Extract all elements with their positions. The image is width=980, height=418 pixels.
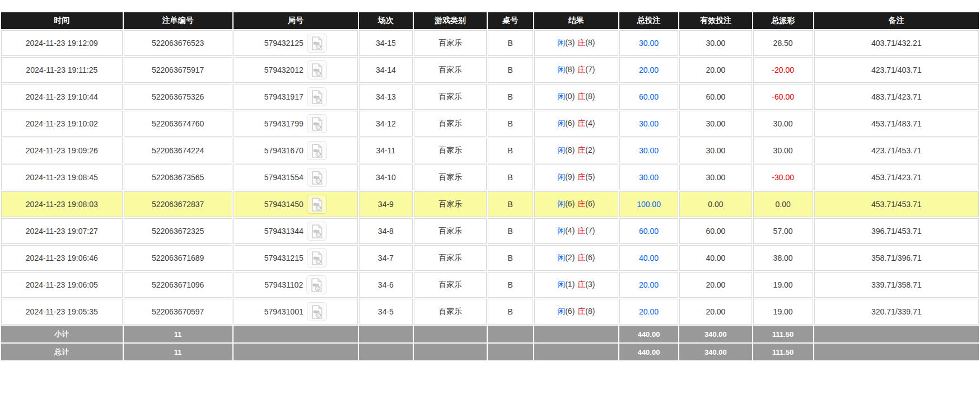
video-replay-button[interactable] [307,87,327,106]
video-replay-button[interactable] [307,114,327,133]
subtotal-row: 小计 11 440.00 340.00 111.50 [1,326,979,342]
cell-total-bet[interactable]: 30.00 [619,165,678,190]
cell-time: 2024-11-23 19:06:05 [1,272,123,298]
table-row: 2024-11-23 19:05:35 522063670597 5794310… [1,299,979,325]
table-row: 2024-11-23 19:10:02 522063674760 5794317… [1,111,979,137]
cell-result: 闲(6)庄(8) [534,299,618,325]
cell-bet-id: 522063672325 [124,218,232,244]
cell-game-type: 百家乐 [414,191,486,217]
video-replay-button[interactable] [307,60,327,79]
cell-valid-bet: 60.00 [679,84,752,110]
summary-valid-bet: 340.00 [679,326,752,342]
cell-session: 34-15 [359,30,413,56]
summary-count: 11 [124,326,232,342]
cell-payout: 19.00 [753,272,813,298]
cell-remark: 423.71/453.71 [814,138,979,163]
cell-time: 2024-11-23 19:11:25 [1,57,123,83]
video-replay-button[interactable] [307,141,327,160]
round-id-text: 579432012 [264,65,304,74]
video-file-icon [311,144,323,158]
col-header-time: 时间 [1,12,123,29]
cell-total-bet[interactable]: 40.00 [619,245,678,271]
cell-table-no: B [488,218,533,244]
video-replay-button[interactable] [307,302,327,321]
cell-time: 2024-11-23 19:10:44 [1,84,123,110]
banker-result-label: 庄 [577,253,585,262]
bet-records-page: 时间注单编号局号场次游戏类别桌号结果总投注有效投注总派彩备注 2024-11-2… [0,0,980,361]
video-replay-button[interactable] [306,275,326,294]
cell-valid-bet: 40.00 [679,245,752,271]
video-file-icon [311,278,322,292]
cell-table-no: B [488,84,533,110]
cell-total-bet[interactable]: 20.00 [619,57,678,83]
cell-total-bet[interactable]: 100.00 [619,191,678,217]
summary-valid-bet: 340.00 [679,344,752,360]
cell-result: 闲(8)庄(7) [534,57,618,83]
table-row: 2024-11-23 19:08:03 522063672837 5794314… [1,191,979,217]
video-replay-button[interactable] [307,248,327,267]
banker-result-label: 庄 [577,280,585,289]
player-result-score: (6) [565,307,575,316]
player-result-label: 闲 [557,65,565,74]
cell-result: 闲(1)庄(3) [534,272,618,298]
banker-result-label: 庄 [577,226,585,235]
cell-result: 闲(9)庄(5) [534,165,618,190]
banker-result-score: (7) [585,65,595,74]
cell-remark: 320.71/339.71 [814,299,979,325]
cell-payout: -20.00 [753,57,813,83]
cell-payout: 19.00 [753,299,813,325]
summary-payout: 111.50 [753,326,813,342]
cell-total-bet[interactable]: 20.00 [619,299,678,325]
video-file-icon [311,90,323,104]
round-id-text: 579431344 [264,227,304,236]
cell-session: 34-8 [359,218,413,244]
round-id-text: 579432125 [264,39,304,48]
video-file-icon [311,224,323,238]
cell-session: 34-10 [359,165,413,190]
cell-total-bet[interactable]: 60.00 [619,218,678,244]
video-replay-button[interactable] [307,168,327,187]
cell-bet-id: 522063671096 [124,272,232,298]
cell-total-bet[interactable]: 60.00 [619,84,678,110]
table-row: 2024-11-23 19:12:09 522063676523 5794321… [1,30,979,56]
cell-bet-id: 522063676523 [124,30,232,56]
player-result-label: 闲 [557,38,565,47]
banker-result-score: (3) [585,280,595,289]
video-replay-button[interactable] [307,195,327,214]
cell-remark: 453.71/453.71 [814,191,979,217]
cell-valid-bet: 30.00 [679,30,752,56]
round-id-text: 579431554 [264,173,304,182]
banker-result-score: (8) [585,38,595,47]
table-row: 2024-11-23 19:07:27 522063672325 5794313… [1,218,979,244]
player-result-score: (1) [565,280,575,289]
cell-round-id: 579431450 [234,191,358,217]
cell-round-id: 579431215 [234,245,358,271]
video-replay-button[interactable] [307,222,327,241]
cell-session: 34-12 [359,111,413,137]
banker-result-label: 庄 [577,199,585,208]
cell-total-bet[interactable]: 20.00 [619,272,678,298]
cell-game-type: 百家乐 [414,30,486,56]
table-row: 2024-11-23 19:06:05 522063671096 5794311… [1,272,979,298]
banker-result-label: 庄 [577,145,585,154]
cell-total-bet[interactable]: 30.00 [619,138,678,163]
cell-result: 闲(3)庄(8) [534,30,618,56]
cell-total-bet[interactable]: 30.00 [619,111,678,137]
player-result-score: (6) [565,119,575,128]
player-result-label: 闲 [557,280,565,289]
cell-payout: 57.00 [753,218,813,244]
video-file-icon [311,171,323,185]
video-replay-button[interactable] [307,34,327,53]
cell-table-no: B [488,272,533,298]
table-row: 2024-11-23 19:10:44 522063675326 5794319… [1,84,979,110]
cell-total-bet[interactable]: 30.00 [619,30,678,56]
banker-result-score: (6) [585,199,595,208]
video-file-icon [311,117,323,131]
banker-result-score: (4) [585,119,595,128]
cell-bet-id: 522063670597 [124,299,232,325]
cell-result: 闲(2)庄(6) [534,245,618,271]
cell-game-type: 百家乐 [414,165,486,190]
cell-remark: 483.71/423.71 [814,84,979,110]
banker-result-score: (6) [585,253,595,262]
cell-session: 34-9 [359,191,413,217]
